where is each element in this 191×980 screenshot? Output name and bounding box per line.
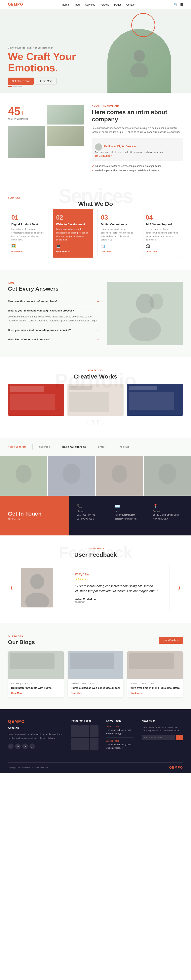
footer-feed-3[interactable] bbox=[90, 725, 98, 737]
address-text: 155 E. Carillo Street, Suite New York, U… bbox=[153, 513, 183, 521]
footer-bottom: Copyright Qixi Parmalink. All Rights Res… bbox=[8, 762, 183, 769]
social-twitter[interactable]: tw bbox=[22, 743, 28, 749]
email-2: sales@youremail.com bbox=[115, 517, 145, 521]
about-image-1 bbox=[47, 105, 84, 124]
service-title-1: Digital Product Design bbox=[11, 223, 45, 226]
footer-feed-4[interactable] bbox=[71, 738, 80, 750]
blog-meta-3: Business | June 12, 2021 bbox=[131, 682, 180, 685]
footer-news-headline-1[interactable]: The Issue with using bad design strategy… bbox=[107, 729, 134, 735]
portfolio-item-2[interactable] bbox=[67, 384, 124, 416]
portfolio-next-button[interactable]: → bbox=[97, 420, 103, 426]
brands-eyebrow: Happy Sponsors bbox=[8, 446, 27, 448]
contact-right: 📞 Phone 001 - 001 - 00 - 01 007 901 90 3… bbox=[69, 496, 191, 535]
phone-number-2: 007 901 90 303 9 bbox=[77, 517, 107, 521]
faq-question-4[interactable]: What kind of reports will I receive? + bbox=[8, 338, 99, 342]
faq-plus-1: + bbox=[97, 300, 99, 303]
testimonial-card: mayhew ★★★★★ " Lorem ipsum dolor, consec… bbox=[67, 564, 170, 611]
testimonial-prev-button[interactable]: ❮ bbox=[8, 583, 15, 592]
footer-feed-2[interactable] bbox=[80, 725, 89, 737]
navbar: QEMPO Home About Services Portfolio Page… bbox=[0, 0, 191, 9]
nav-link-pages[interactable]: Pages bbox=[114, 3, 122, 6]
nav-link-about[interactable]: About bbox=[73, 3, 80, 6]
service-more-1[interactable]: Read More bbox=[11, 250, 45, 253]
faq-left: FAQs Get Every Answers Can I use this pr… bbox=[8, 282, 99, 345]
learn-more-button[interactable]: Learn More bbox=[36, 78, 57, 85]
portfolio-img-2 bbox=[67, 384, 124, 416]
social-youtube[interactable]: yt bbox=[29, 743, 35, 749]
nav-link-services[interactable]: Services bbox=[85, 3, 95, 6]
blog-card-2: Business | June 12, 2021 Figma started a… bbox=[68, 651, 123, 697]
service-card-3: 03 Digital Consultancy Lorem ipsum do ei… bbox=[97, 209, 138, 258]
faq-question-2[interactable]: What is your marketing campaign executiv… bbox=[8, 309, 99, 313]
blog-meta-2: Business | June 12, 2021 bbox=[71, 682, 120, 685]
service-more-2[interactable]: Read More ▼ bbox=[56, 250, 90, 253]
nav-logo: QEMPO bbox=[8, 2, 23, 6]
about-section: 45+ Years Of Experience About The Compan… bbox=[0, 93, 191, 185]
faq-item-1: Can I use this product before purchase? … bbox=[8, 297, 99, 306]
footer-feed-1[interactable] bbox=[71, 725, 80, 737]
footer-feed-6[interactable] bbox=[90, 738, 98, 750]
menu-icon[interactable]: ☰ bbox=[180, 3, 183, 6]
service-title-2: Website Development bbox=[56, 223, 90, 226]
svg-rect-31 bbox=[129, 654, 174, 669]
portfolio-eyebrow: Portfolio bbox=[8, 369, 183, 372]
news-feeds-button[interactable]: News Feeds → bbox=[159, 637, 183, 644]
faq-question-3[interactable]: Does your new client onboarding process … bbox=[8, 329, 99, 332]
about-eyebrow: About The Company bbox=[92, 105, 183, 107]
blog-image-1 bbox=[8, 651, 64, 679]
service-text-4: Lorem ipsum do eiusmod consectetur adipi… bbox=[146, 228, 180, 242]
portfolio-item-1[interactable] bbox=[8, 384, 64, 416]
portfolio-prev-button[interactable]: ← bbox=[88, 420, 94, 426]
service-more-3[interactable]: Read More bbox=[101, 250, 135, 253]
footer-about-col: QEMPO About Us Lorem ipsum do eiusmod co… bbox=[8, 719, 63, 754]
blog-title-3: With over time in then Figma also offers bbox=[131, 686, 180, 690]
about-avatar: Dedicated Digital Services bbox=[95, 143, 180, 151]
newsletter-submit-button[interactable]: → bbox=[176, 735, 183, 740]
svg-rect-10 bbox=[69, 386, 92, 390]
footer-instagram-col: Instagram Feeds bbox=[71, 719, 98, 754]
blog-content-2: Business | June 12, 2021 Figma started a… bbox=[68, 679, 123, 697]
service-more-4[interactable]: Read More bbox=[146, 250, 180, 253]
social-facebook[interactable]: f bbox=[8, 743, 14, 749]
blog-title-1: Build better products with Figma bbox=[11, 686, 60, 690]
checklist-item-1: A business acting for or representing a … bbox=[92, 164, 183, 168]
footer-news-headline-2[interactable]: The Issue with using bad design strategy… bbox=[107, 743, 134, 749]
blog-more-3[interactable]: Read More → bbox=[131, 692, 180, 694]
svg-point-18 bbox=[63, 464, 81, 484]
about-stat-label: Years Of Experience bbox=[8, 118, 45, 120]
whatwedo-section: Services Services What We Do 01 Digital … bbox=[0, 185, 191, 269]
portfolio-item-3[interactable] bbox=[127, 384, 183, 416]
service-text-3: Lorem ipsum do eiusmod consectetur adipi… bbox=[101, 228, 135, 242]
svg-rect-29 bbox=[70, 654, 114, 669]
blog-card-3: Business | June 12, 2021 With over time … bbox=[127, 651, 183, 697]
hero-dot-2[interactable] bbox=[13, 86, 17, 87]
footer-feed-5[interactable] bbox=[80, 738, 89, 750]
newsletter-email-input[interactable] bbox=[142, 735, 175, 740]
testimonial-person-svg bbox=[21, 568, 53, 608]
nav-link-home[interactable]: Home bbox=[62, 3, 69, 6]
faq-plus-4: + bbox=[97, 338, 99, 342]
blog-more-1[interactable]: Read More → bbox=[11, 692, 60, 694]
testimonial-next-button[interactable]: ❯ bbox=[176, 583, 183, 592]
hero-dot-3[interactable] bbox=[18, 86, 22, 87]
search-icon[interactable]: 🔍 bbox=[174, 3, 178, 6]
blog-title-2: Figma started as web-based design tool bbox=[71, 686, 120, 690]
svg-point-1 bbox=[131, 63, 148, 77]
svg-point-4 bbox=[129, 317, 161, 341]
blog-more-2[interactable]: Read More → bbox=[71, 692, 120, 694]
get-started-button[interactable]: Get Started Now bbox=[8, 78, 33, 85]
about-stat: 45+ Years Of Experience bbox=[8, 105, 45, 124]
nav-link-contact[interactable]: Contact bbox=[126, 3, 135, 6]
footer-newsletter-col: Newsletter Lorem ipsum do eiusmod consec… bbox=[142, 719, 183, 754]
about-card-link[interactable]: Or Get Support bbox=[95, 154, 112, 158]
about-card-text: Duis aute irure dolor in reprehenderit i… bbox=[95, 151, 180, 154]
faq-right bbox=[107, 282, 183, 345]
hero-dot-1[interactable] bbox=[8, 86, 12, 87]
faq-eyebrow: FAQs bbox=[8, 282, 99, 284]
nav-link-portfolio[interactable]: Portfolio bbox=[100, 3, 110, 6]
faq-question-1[interactable]: Can I use this product before purchase? … bbox=[8, 300, 99, 303]
service-icon-4: 🎧 bbox=[146, 244, 180, 248]
social-linkedin[interactable]: in bbox=[15, 743, 21, 749]
blogs-title: Our Blogs bbox=[8, 639, 35, 646]
brand-divider-3 bbox=[111, 444, 112, 450]
